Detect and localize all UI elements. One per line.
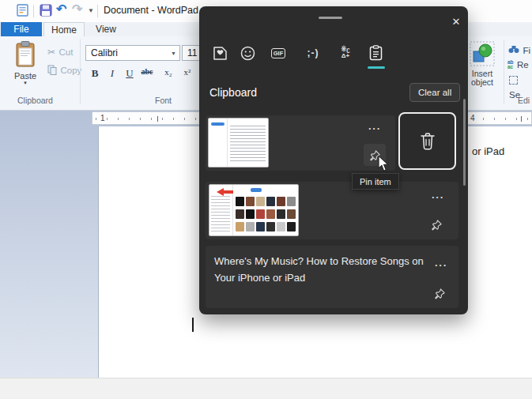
item-3-pin-button[interactable]: [428, 282, 451, 304]
paste-clipboard-icon: [15, 41, 36, 68]
ruler-number-1: 1: [99, 114, 107, 122]
chevron-down-icon: ▼: [171, 51, 179, 56]
album-cover-cell: [236, 197, 244, 206]
insert-object-label-2: object: [465, 78, 500, 87]
clipboard-group-label: Clipboard: [17, 96, 53, 105]
album-cover-cell: [277, 222, 285, 231]
album-cover-cell: [246, 209, 255, 219]
paste-button[interactable]: Paste ▼: [7, 41, 43, 93]
replace-button[interactable]: ab ac Re: [507, 57, 529, 71]
divider: [80, 40, 81, 104]
mouse-cursor-icon: [378, 155, 390, 172]
copy-icon: [47, 65, 57, 75]
tab-view[interactable]: View: [87, 22, 125, 36]
subscript-button[interactable]: x₂: [160, 67, 176, 81]
album-cover-cell: [256, 209, 265, 219]
delete-flyout[interactable]: [398, 112, 456, 170]
album-cover-cell: [256, 222, 265, 231]
copy-button[interactable]: Copy: [47, 62, 81, 77]
document-text: or iPad: [472, 145, 504, 157]
select-icon: [509, 76, 518, 85]
clipboard-item-2[interactable]: ···: [206, 182, 458, 239]
clipboard-item-1-thumbnail: [208, 118, 269, 168]
item-1-more-button[interactable]: ···: [368, 125, 381, 133]
tab-symbols[interactable]: ※ʗ Δ+: [334, 41, 357, 65]
clipboard-item-3[interactable]: Where's My Music? How to Restore Songs o…: [206, 246, 458, 308]
album-cover-cell: [246, 222, 255, 231]
item-3-more-button[interactable]: ···: [435, 262, 447, 269]
album-cover-cell: [256, 197, 265, 206]
clipboard-item-1[interactable]: ···: [206, 115, 395, 171]
panel-scrollbar[interactable]: [463, 99, 466, 186]
cut-label: Cut: [59, 47, 74, 57]
paste-label: Paste: [7, 71, 43, 81]
divider: [97, 5, 98, 17]
drag-handle[interactable]: [319, 17, 342, 19]
album-cover-cell: [266, 197, 275, 206]
replace-label: Re: [517, 60, 529, 70]
font-family-value: Calibri: [91, 47, 118, 58]
find-button[interactable]: Fi: [508, 43, 530, 57]
insert-object-button[interactable]: Insert object: [465, 41, 500, 87]
save-icon[interactable]: [40, 4, 52, 17]
qat-customize-caret-icon[interactable]: ▼: [88, 7, 94, 14]
font-family-combobox[interactable]: Calibri ▼: [85, 45, 180, 61]
tab-recent[interactable]: [208, 41, 232, 65]
editing-group-label: Edi: [518, 96, 530, 105]
copy-label: Copy: [60, 66, 81, 75]
clipboard-item-2-thumbnail: [209, 184, 299, 236]
ruler-number-4: 4: [469, 114, 477, 122]
scissors-icon: ✂: [47, 47, 55, 58]
active-tab-indicator: [368, 66, 385, 69]
pin-icon: [434, 288, 446, 299]
close-button[interactable]: ✕: [446, 12, 466, 31]
font-group-label: Font: [155, 96, 172, 105]
tab-kaomoji[interactable]: ;-): [301, 41, 325, 65]
find-label: Fi: [523, 46, 530, 55]
clipboard-history-icon: [369, 45, 383, 61]
tab-gif[interactable]: GIF: [266, 41, 290, 65]
divider: [504, 40, 504, 104]
bold-button[interactable]: B: [87, 67, 103, 81]
redo-icon[interactable]: ↷: [72, 2, 82, 17]
undo-icon[interactable]: ↶: [56, 2, 66, 17]
album-cover-cell: [277, 197, 285, 206]
cut-button[interactable]: ✂ Cut: [47, 44, 73, 58]
strikethrough-button[interactable]: abc: [139, 67, 155, 81]
clipboard-panel: ✕ GIF ;-) ※ʗ Δ+: [199, 6, 468, 314]
paste-caret-icon: ▼: [7, 81, 43, 85]
album-cover-cell: [236, 222, 244, 231]
binoculars-icon: [508, 45, 519, 54]
wordpad-app-icon[interactable]: [17, 4, 29, 17]
underline-button[interactable]: U: [122, 67, 138, 81]
screen: ↶ ↷ ▼ Document - WordPad File Home View …: [0, 0, 532, 399]
close-icon: ✕: [452, 16, 461, 28]
kaomoji-icon: ;-): [308, 47, 319, 58]
emoji-smiley-icon: [240, 46, 255, 61]
tab-file[interactable]: File: [1, 22, 42, 36]
divider: [33, 5, 34, 17]
recent-clips-icon: [213, 46, 228, 61]
insert-object-icon: [470, 41, 495, 66]
panel-title: Clipboard: [209, 86, 257, 99]
pin-icon: [431, 219, 443, 231]
album-cover-cell: [287, 209, 296, 219]
text-caret: [192, 318, 194, 332]
superscript-button[interactable]: x²: [179, 67, 195, 81]
clear-all-button[interactable]: Clear all: [409, 83, 460, 102]
tab-home[interactable]: Home: [43, 22, 85, 36]
tab-emoji[interactable]: [236, 41, 259, 65]
album-grid: [236, 197, 298, 233]
item-2-pin-button[interactable]: [425, 213, 447, 235]
album-cover-cell: [236, 209, 244, 219]
trash-icon: [418, 131, 437, 152]
tab-clipboard-history[interactable]: [364, 41, 387, 65]
album-cover-cell: [287, 222, 296, 231]
album-cover-cell: [287, 197, 296, 206]
album-cover-cell: [277, 209, 285, 219]
italic-button[interactable]: I: [104, 67, 120, 81]
item-2-more-button[interactable]: ···: [432, 194, 444, 201]
window-title: Document - WordPad: [104, 5, 198, 16]
album-cover-cell: [246, 197, 255, 206]
album-cover-cell: [266, 209, 275, 219]
